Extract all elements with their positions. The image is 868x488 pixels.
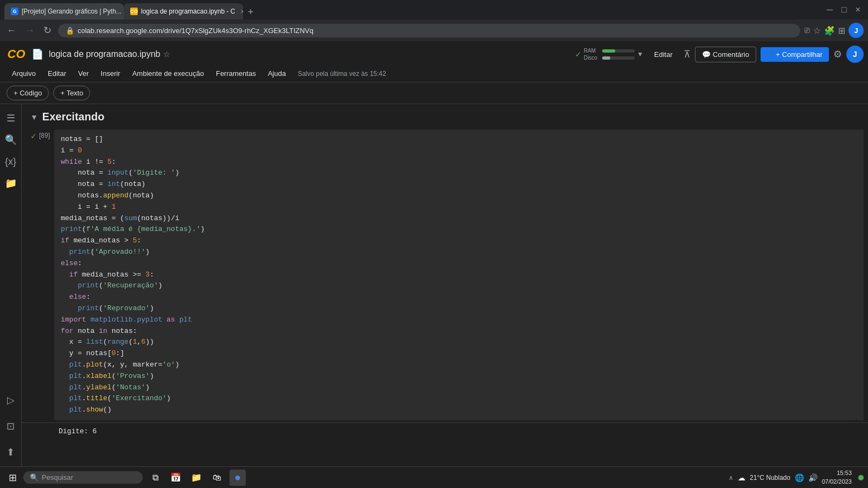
- cell-body[interactable]: notas = [] i = 0 while i != 5: nota = in…: [54, 130, 857, 420]
- weather-icon: ☁: [738, 473, 745, 482]
- sidebar-toggle-icon[interactable]: ⊞: [838, 25, 845, 36]
- colab-menu: Arquivo Editar Ver Inserir Ambiente de e…: [0, 67, 868, 82]
- refresh-button[interactable]: ↻: [41, 22, 54, 38]
- taskbar-icon-taskview[interactable]: ⧉: [147, 470, 163, 486]
- notification-dot[interactable]: [858, 475, 864, 480]
- browser-tabs: G [Projeto] Gerando gráficos | Pyth... ×…: [4, 0, 821, 20]
- add-text-button[interactable]: + Texto: [53, 86, 90, 100]
- taskbar: ⊞ 🔍 Pesquisar ⧉ 📅 📁 🛍 ● ∧ ☁ 21°C Nublado…: [0, 466, 868, 488]
- minimize-button[interactable]: ─: [824, 5, 836, 15]
- menu-inserir[interactable]: Inserir: [95, 67, 126, 80]
- colab-sidebar: ☰ 🔍 {x} 📁 ▷ ⊡ ⬆: [0, 104, 22, 466]
- bookmark-icon[interactable]: ☆: [813, 25, 821, 36]
- cast-icon[interactable]: ⎚: [805, 25, 810, 35]
- right-scrollbar[interactable]: [857, 130, 864, 420]
- sidebar-icon-run[interactable]: ▷: [1, 390, 21, 410]
- network-icon[interactable]: 🌐: [795, 473, 804, 482]
- taskbar-icon-explorer[interactable]: 📁: [188, 470, 205, 486]
- taskbar-tray-icons[interactable]: ∧: [729, 474, 733, 481]
- colab-header: CO 📄 logica de programacao.ipynb ☆ ✓ RAM: [0, 41, 868, 82]
- sound-icon[interactable]: 🔊: [808, 473, 818, 482]
- ram-progress: [602, 49, 635, 53]
- dropdown-icon[interactable]: ▼: [637, 50, 643, 58]
- sidebar-icon-files[interactable]: 📁: [1, 174, 21, 193]
- output-area: Digite: 6: [22, 422, 868, 440]
- search-placeholder: Pesquisar: [42, 473, 73, 481]
- menu-ver[interactable]: Ver: [73, 67, 94, 80]
- sidebar-icon-search[interactable]: 🔍: [1, 130, 21, 150]
- sidebar-icon-cloud[interactable]: ⬆: [1, 442, 21, 462]
- colab-logo: CO: [7, 44, 26, 64]
- output-text: Digite: 6: [59, 427, 97, 435]
- maximize-button[interactable]: □: [838, 5, 850, 15]
- lock-icon: 🔒: [66, 27, 74, 35]
- cell-container: ✓ [89] notas = [] i = 0 while i != 5: no…: [22, 127, 868, 422]
- menu-ambiente[interactable]: Ambiente de execução: [127, 67, 209, 80]
- comment-button[interactable]: 💬 Comentário: [695, 47, 756, 62]
- tab-drive[interactable]: G [Projeto] Gerando gráficos | Pyth... ×: [4, 3, 124, 20]
- menu-ajuda[interactable]: Ajuda: [263, 67, 291, 80]
- search-icon: 🔍: [30, 473, 39, 481]
- colab-logo-text: CO: [8, 47, 25, 61]
- check-icon: ✓: [575, 50, 582, 59]
- url-text: colab.research.google.com/drive/1Q7xSlgZ…: [78, 27, 793, 35]
- tab-colab[interactable]: CO logica de programacao.ipynb - C ×: [124, 3, 243, 20]
- back-button[interactable]: ←: [4, 23, 18, 38]
- tab-title-drive: [Projeto] Gerando gráficos | Pyth...: [22, 8, 122, 15]
- start-button[interactable]: ⊞: [4, 470, 21, 486]
- browser-titlebar: G [Projeto] Gerando gráficos | Pyth... ×…: [0, 0, 868, 20]
- colab-star-icon[interactable]: ☆: [163, 50, 170, 59]
- taskbar-icon-chrome[interactable]: ●: [229, 470, 246, 486]
- colab-file-name: logica de programacao.ipynb: [49, 49, 160, 59]
- save-status: Salvo pela última vez às 15:42: [298, 70, 386, 78]
- user-avatar[interactable]: J: [846, 46, 864, 63]
- taskbar-clock[interactable]: 15:53 07/02/2023: [822, 469, 852, 486]
- share-label: Compartilhar: [782, 50, 822, 59]
- comment-label: Comentário: [713, 50, 749, 59]
- section-header: ▼ Exercitando: [22, 104, 868, 127]
- section-title: Exercitando: [42, 111, 104, 123]
- share-button[interactable]: 👤+ Compartilhar: [761, 47, 829, 62]
- taskbar-systray: ∧ ☁ 21°C Nublado 🌐 🔊 15:53 07/02/2023: [729, 469, 864, 486]
- drive-icon: 📄: [31, 48, 43, 60]
- disk-label: Disco: [584, 55, 600, 61]
- weather-text: 21°C Nublado: [750, 474, 790, 481]
- add-code-button[interactable]: + Código: [7, 86, 49, 100]
- colab-toolbar: + Código + Texto: [0, 82, 868, 104]
- tab-favicon-colab: CO: [130, 8, 138, 15]
- tab-favicon-drive: G: [11, 8, 18, 15]
- colab-file-info: logica de programacao.ipynb ☆: [49, 49, 170, 59]
- colab-layout: ☰ 🔍 {x} 📁 ▷ ⊡ ⬆ ▼ Exercitando ✓ [89] not: [0, 104, 868, 466]
- clock-date: 07/02/2023: [822, 478, 852, 486]
- taskbar-icons: ⧉ 📅 📁 🛍 ●: [147, 470, 246, 486]
- extensions-icon[interactable]: 🧩: [824, 25, 835, 36]
- clock-time: 15:53: [822, 469, 852, 477]
- collapse-right-icon[interactable]: ⊼: [684, 48, 691, 60]
- menu-arquivo[interactable]: Arquivo: [7, 67, 41, 80]
- menu-editar[interactable]: Editar: [42, 67, 72, 80]
- sidebar-icon-terminal[interactable]: ⊡: [1, 416, 21, 436]
- taskbar-icon-store[interactable]: 🛍: [209, 470, 225, 486]
- edit-button[interactable]: Editar: [648, 48, 679, 61]
- new-tab-button[interactable]: +: [243, 4, 258, 20]
- section-collapse-icon[interactable]: ▼: [30, 113, 38, 121]
- sidebar-icon-code[interactable]: {x}: [1, 152, 21, 171]
- share-icon: 👤+: [767, 50, 780, 59]
- taskbar-search[interactable]: 🔍 Pesquisar: [23, 471, 143, 484]
- gear-icon[interactable]: ⚙: [833, 48, 842, 60]
- taskbar-icon-calendar[interactable]: 📅: [168, 470, 184, 486]
- window-controls: ─ □ ×: [824, 5, 864, 15]
- tab-title-colab: logica de programacao.ipynb - C: [141, 8, 235, 15]
- forward-button[interactable]: →: [23, 23, 37, 38]
- address-actions: ⎚ ☆ 🧩 ⊞ J: [805, 23, 864, 38]
- close-button[interactable]: ×: [852, 5, 864, 15]
- colab-content: ▼ Exercitando ✓ [89] notas = [] i = 0 wh…: [22, 104, 868, 466]
- ram-disk-bars: RAM Disco: [584, 48, 635, 61]
- cell-number: [89]: [39, 132, 50, 139]
- profile-avatar[interactable]: J: [848, 23, 864, 38]
- address-input[interactable]: 🔒 colab.research.google.com/drive/1Q7xSl…: [58, 24, 800, 37]
- sidebar-icon-menu[interactable]: ☰: [1, 108, 21, 128]
- disk-progress: [602, 56, 635, 60]
- menu-ferramentas[interactable]: Ferramentas: [210, 67, 261, 80]
- comment-icon: 💬: [702, 50, 711, 59]
